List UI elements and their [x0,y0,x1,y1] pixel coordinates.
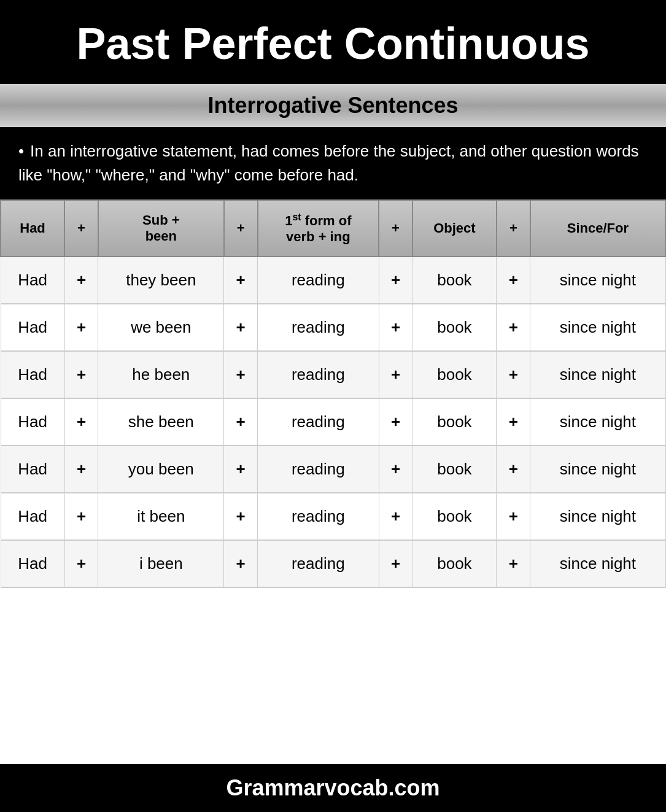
cell-had: Had [1,351,64,398]
table-row: Had+it been+reading+book+since night [1,493,665,540]
cell-had: Had [1,540,64,587]
cell-object: book [412,540,497,587]
cell-plus3: + [379,446,412,493]
col-plus4: + [497,200,530,257]
cell-verb: reading [258,446,379,493]
cell-plus4: + [497,540,530,587]
page-title: Past Perfect Continuous [76,19,589,68]
cell-verb: reading [258,493,379,540]
cell-plus3: + [379,351,412,398]
bullet-icon: • [18,139,24,163]
cell-sincefor: since night [530,446,665,493]
cell-plus1: + [64,398,98,446]
cell-object: book [412,493,497,540]
cell-plus1: + [64,493,98,540]
cell-sincefor: since night [530,257,665,304]
cell-plus1: + [64,257,98,304]
cell-had: Had [1,398,64,446]
cell-sub: we been [98,304,224,351]
cell-sub: you been [98,446,224,493]
table-row: Had+you been+reading+book+since night [1,446,665,493]
cell-plus1: + [64,304,98,351]
col-plus1: + [64,200,98,257]
cell-sub: i been [98,540,224,587]
cell-plus1: + [64,446,98,493]
cell-sincefor: since night [530,540,665,587]
description-section: •In an interrogative statement, had come… [0,127,666,199]
col-plus2: + [224,200,258,257]
footer-text: Grammarvocab.com [226,775,439,800]
cell-sincefor: since night [530,398,665,446]
cell-plus1: + [64,351,98,398]
cell-plus2: + [224,446,258,493]
cell-plus3: + [379,257,412,304]
subtitle-text: Interrogative Sentences [207,93,458,118]
cell-had: Had [1,257,64,304]
table-row: Had+they been+reading+book+since night [1,257,665,304]
cell-sincefor: since night [530,493,665,540]
table-header-row: Had + Sub +been + 1st form ofverb + ing … [1,200,665,257]
description-text: •In an interrogative statement, had come… [18,139,648,187]
table-section: Had + Sub +been + 1st form ofverb + ing … [0,199,666,764]
cell-verb: reading [258,351,379,398]
cell-sincefor: since night [530,351,665,398]
table-row: Had+she been+reading+book+since night [1,398,665,446]
cell-plus3: + [379,493,412,540]
cell-plus1: + [64,540,98,587]
cell-object: book [412,257,497,304]
cell-had: Had [1,446,64,493]
col-sub-been: Sub +been [98,200,224,257]
cell-sub: they been [98,257,224,304]
main-table: Had + Sub +been + 1st form ofverb + ing … [0,199,666,588]
table-row: Had+he been+reading+book+since night [1,351,665,398]
cell-plus4: + [497,398,530,446]
cell-plus2: + [224,398,258,446]
table-row: Had+we been+reading+book+since night [1,304,665,351]
cell-plus2: + [224,493,258,540]
cell-verb: reading [258,540,379,587]
cell-sub: it been [98,493,224,540]
cell-plus3: + [379,540,412,587]
cell-had: Had [1,304,64,351]
cell-plus4: + [497,446,530,493]
col-since-for: Since/For [530,200,665,257]
cell-object: book [412,304,497,351]
cell-verb: reading [258,398,379,446]
cell-object: book [412,446,497,493]
cell-plus4: + [497,304,530,351]
footer-section: Grammarvocab.com [0,764,666,812]
col-verb-form: 1st form ofverb + ing [258,200,379,257]
cell-plus2: + [224,351,258,398]
col-had: Had [1,200,64,257]
cell-had: Had [1,493,64,540]
cell-sincefor: since night [530,304,665,351]
cell-plus2: + [224,257,258,304]
cell-sub: he been [98,351,224,398]
col-object: Object [412,200,497,257]
cell-plus4: + [497,257,530,304]
table-row: Had+i been+reading+book+since night [1,540,665,587]
cell-verb: reading [258,257,379,304]
subtitle-bar: Interrogative Sentences [0,84,666,127]
cell-verb: reading [258,304,379,351]
cell-object: book [412,351,497,398]
header-section: Past Perfect Continuous [0,0,666,84]
cell-plus4: + [497,493,530,540]
cell-sub: she been [98,398,224,446]
cell-plus4: + [497,351,530,398]
cell-plus3: + [379,398,412,446]
cell-object: book [412,398,497,446]
cell-plus3: + [379,304,412,351]
col-plus3: + [379,200,412,257]
cell-plus2: + [224,540,258,587]
cell-plus2: + [224,304,258,351]
